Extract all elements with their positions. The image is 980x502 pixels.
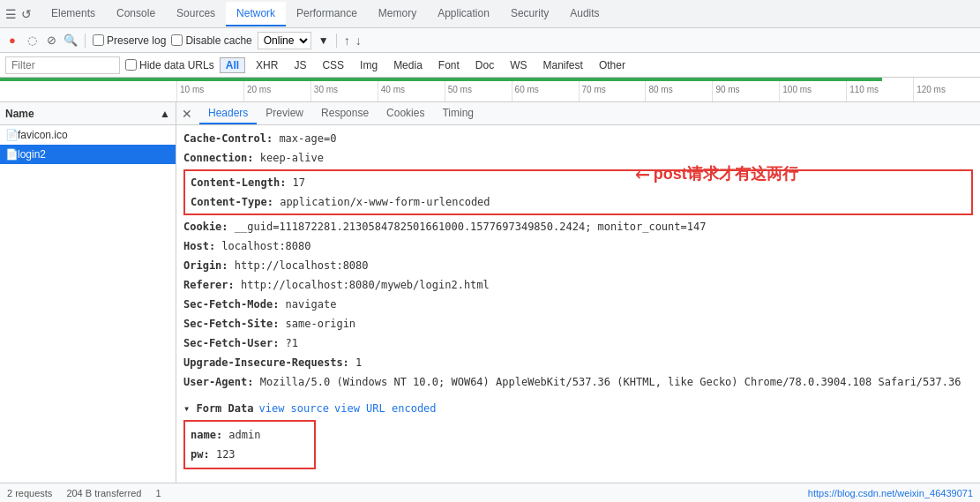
header-connection: Connection: keep-alive xyxy=(183,148,973,168)
tick-40ms: 40 ms xyxy=(378,78,445,102)
tab-timing[interactable]: Timing xyxy=(433,103,483,124)
filter-manifest-button[interactable]: Manifest xyxy=(538,58,588,72)
header-val-sec-fetch-site: same-origin xyxy=(286,318,355,330)
filter-all-button[interactable]: All xyxy=(220,57,245,73)
form-data-box: name: admin pw: 123 xyxy=(183,420,316,469)
status-number: 1 xyxy=(155,488,161,498)
tab-console[interactable]: Console xyxy=(106,2,166,26)
tick-60ms: 60 ms xyxy=(512,78,579,102)
disable-cache-label[interactable]: Disable cache xyxy=(171,34,251,47)
tab-sources[interactable]: Sources xyxy=(166,2,226,26)
form-data-title: ▾ Form Data xyxy=(183,402,253,415)
close-detail-icon[interactable]: ✕ xyxy=(180,107,194,121)
separator-2 xyxy=(336,34,337,48)
tab-security[interactable]: Security xyxy=(500,2,559,26)
throttle-select[interactable]: Online xyxy=(258,32,311,49)
filter-other-button[interactable]: Other xyxy=(594,58,631,72)
filter-ws-button[interactable]: WS xyxy=(505,58,532,72)
header-val-upgrade: 1 xyxy=(355,356,362,369)
header-key-upgrade: Upgrade-Insecure-Requests: xyxy=(183,356,349,369)
header-val-host: localhost:8080 xyxy=(221,240,310,252)
network-toolbar: ● ◌ ⊘ 🔍 Preserve log Disable cache Onlin… xyxy=(0,28,980,53)
tab-preview[interactable]: Preview xyxy=(257,103,312,124)
upload-icon[interactable]: ↑ xyxy=(344,34,350,48)
tab-headers[interactable]: Headers xyxy=(199,103,257,124)
tick-20ms: 20 ms xyxy=(243,78,310,102)
header-key-user-agent: User-Agent: xyxy=(183,376,253,388)
filter-input[interactable] xyxy=(5,56,120,74)
menu-icon[interactable]: ☰ xyxy=(4,7,18,21)
hide-data-urls-text: Hide data URLs xyxy=(139,59,214,71)
clear-icon[interactable]: ◌ xyxy=(25,34,39,48)
header-user-agent: User-Agent: Mozilla/5.0 (Windows NT 10.0… xyxy=(183,372,973,392)
filter-img-button[interactable]: Img xyxy=(355,58,383,72)
sort-arrow-icon[interactable]: ▲ xyxy=(160,108,170,120)
highlight-box: Content-Length: 17 Content-Type: applica… xyxy=(183,169,973,215)
hide-data-urls-label[interactable]: Hide data URLs xyxy=(125,59,214,71)
detail-tab-bar: ✕ Headers Preview Response Cookies Timin… xyxy=(176,102,980,125)
hide-data-urls-checkbox[interactable] xyxy=(125,59,137,71)
bytes-transferred: 204 B transferred xyxy=(66,488,141,498)
form-data-name-val: admin xyxy=(228,429,260,441)
header-val-content-type: application/x-www-form-urlencoded xyxy=(280,196,490,208)
filter-css-button[interactable]: CSS xyxy=(317,58,349,72)
timeline-ruler: 10 ms 20 ms 30 ms 40 ms 50 ms 60 ms 70 m… xyxy=(0,78,980,102)
filter-font-button[interactable]: Font xyxy=(433,58,465,72)
status-link[interactable]: https://blog.csdn.net/weixin_46439071 xyxy=(808,488,973,498)
header-sec-fetch-mode: Sec-Fetch-Mode: navigate xyxy=(183,295,973,314)
header-referer: Referer: http://localhost:8080/myweb/log… xyxy=(183,275,973,295)
tab-cookies[interactable]: Cookies xyxy=(378,103,433,124)
search-icon[interactable]: 🔍 xyxy=(64,34,78,48)
record-icon[interactable]: ● xyxy=(5,34,19,48)
separator-1 xyxy=(85,34,86,48)
disable-cache-text: Disable cache xyxy=(185,34,251,47)
filter-doc-button[interactable]: Doc xyxy=(470,58,499,72)
preserve-log-label[interactable]: Preserve log xyxy=(93,34,166,47)
requests-count: 2 requests xyxy=(7,488,52,498)
annotation-text: post请求才有这两行 xyxy=(654,163,798,184)
preserve-log-text: Preserve log xyxy=(107,34,166,47)
tick-90ms: 90 ms xyxy=(712,78,779,102)
header-key-sec-fetch-mode: Sec-Fetch-Mode: xyxy=(183,298,279,311)
form-data-name-key: name: xyxy=(191,429,222,441)
form-data-name: name: admin xyxy=(191,425,309,445)
filter-bar: Hide data URLs All XHR JS CSS Img Media … xyxy=(0,53,980,78)
header-key-origin: Origin: xyxy=(183,259,228,272)
header-val-sec-fetch-mode: navigate xyxy=(286,298,337,311)
tab-memory[interactable]: Memory xyxy=(368,2,427,26)
header-key-sec-fetch-user: Sec-Fetch-User: xyxy=(183,337,279,349)
list-item-favicon-name: favicon.ico xyxy=(18,129,68,141)
tab-elements[interactable]: Elements xyxy=(41,2,106,26)
disable-cache-checkbox[interactable] xyxy=(171,34,183,46)
tab-audits[interactable]: Audits xyxy=(559,2,610,26)
timeline-ticks: 10 ms 20 ms 30 ms 40 ms 50 ms 60 ms 70 m… xyxy=(0,78,980,102)
preserve-log-checkbox[interactable] xyxy=(93,34,104,46)
tab-application[interactable]: Application xyxy=(427,2,500,26)
list-item-favicon[interactable]: 📄 favicon.ico xyxy=(0,125,176,145)
filter-xhr-button[interactable]: XHR xyxy=(251,58,283,72)
header-val-cookie: __guid=111872281.2130584782501661000.157… xyxy=(235,221,707,233)
list-header: Name ▲ xyxy=(0,102,176,125)
filter-toggle-icon[interactable]: ⊘ xyxy=(44,34,58,48)
favicon-file-icon: 📄 xyxy=(5,129,18,141)
tab-response[interactable]: Response xyxy=(312,103,378,124)
refresh-icon[interactable]: ↺ xyxy=(19,7,34,21)
download-icon[interactable]: ↓ xyxy=(355,34,362,48)
filter-media-button[interactable]: Media xyxy=(388,58,428,72)
arrow-icon: ← xyxy=(635,159,650,188)
header-key-content-length: Content-Length: xyxy=(191,176,286,189)
main-area: Name ▲ 📄 favicon.ico 📄 login2 ✕ Headers … xyxy=(0,102,980,483)
header-content-length: Content-Length: 17 xyxy=(185,173,971,192)
tab-network[interactable]: Network xyxy=(226,2,286,26)
view-source-link[interactable]: view source xyxy=(258,402,328,415)
list-item-login2[interactable]: 📄 login2 xyxy=(0,145,176,164)
tick-110ms: 110 ms xyxy=(846,78,913,102)
tab-performance[interactable]: Performance xyxy=(286,2,368,26)
filter-js-button[interactable]: JS xyxy=(288,58,311,72)
tick-70ms: 70 ms xyxy=(579,78,646,102)
timeline-progress-bar xyxy=(0,78,882,81)
top-tab-bar: ☰ ↺ Elements Console Sources Network Per… xyxy=(0,0,980,28)
header-val-connection: keep-alive xyxy=(260,152,324,164)
form-data-pw-val: 123 xyxy=(216,448,236,461)
view-url-encoded-link[interactable]: view URL encoded xyxy=(334,402,437,415)
